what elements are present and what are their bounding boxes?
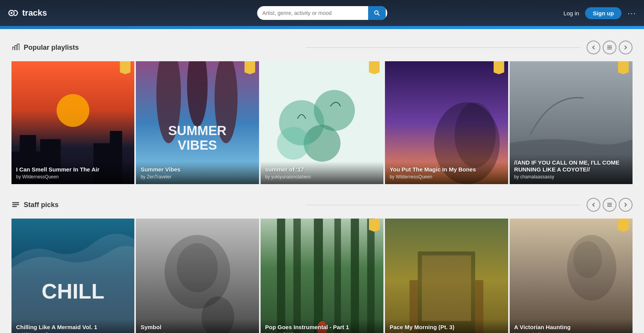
staff-next-button[interactable] <box>619 198 633 212</box>
chevron-left-icon-2 <box>591 202 596 207</box>
svg-point-56 <box>573 241 602 278</box>
svg-rect-42 <box>277 219 285 333</box>
playlist-card[interactable]: A Victorian Hauntingby maryshellie <box>510 219 633 333</box>
playlist-card[interactable]: Symbolby disco selector <box>136 219 259 333</box>
playlist-card-author: by yukiyunaisnotahero <box>265 174 379 180</box>
playlist-card-overlay: Chilling Like A Mermaid Vol. 1by Wildern… <box>11 319 134 333</box>
chevron-right-icon <box>623 45 628 50</box>
svg-point-8 <box>57 94 90 127</box>
popular-prev-button[interactable] <box>587 41 600 54</box>
popular-icon <box>11 43 20 52</box>
bookmark-icon[interactable] <box>120 61 130 74</box>
svg-rect-31 <box>12 206 17 207</box>
svg-rect-45 <box>334 219 341 333</box>
playlist-card[interactable]: I Can Smell Summer In The Airby Wilderne… <box>11 61 134 184</box>
popular-playlists-grid: I Can Smell Summer In The Airby Wilderne… <box>11 61 633 184</box>
accent-bar <box>0 26 644 29</box>
playlist-card[interactable]: CHILL Chilling Like A Mermaid Vol. 1by W… <box>11 219 134 333</box>
staff-divider <box>305 205 581 205</box>
svg-text:CHILL: CHILL <box>42 279 104 303</box>
logo-icon <box>8 7 20 19</box>
popular-divider <box>305 47 581 48</box>
chevron-right-icon-2 <box>623 202 628 207</box>
playlist-card-title: A Victorian Haunting <box>514 324 628 331</box>
playlist-card[interactable]: SUMMER VIBES Summer Vibesby ZenTraveler <box>136 61 259 184</box>
svg-rect-44 <box>314 219 323 333</box>
svg-rect-46 <box>351 219 359 333</box>
playlist-card-author: by chamalaassassy <box>514 174 628 180</box>
popular-playlists-header: Popular playlists <box>11 41 633 54</box>
header-right: Log in Sign up ··· <box>563 7 636 19</box>
header: tracks Log in Sign up ··· <box>0 0 644 26</box>
playlist-card-author: by WildernessQueen <box>390 174 503 180</box>
logo-text: tracks <box>22 8 47 18</box>
main-content: Popular playlists <box>0 29 644 333</box>
search-input[interactable] <box>257 10 368 16</box>
playlist-card-overlay: summer of '17by yukiyunaisnotahero <box>261 162 383 184</box>
playlist-card-title: //AND IF YOU CALL ON ME, I'LL COME RUNNI… <box>514 159 628 173</box>
popular-nav-controls <box>587 41 633 54</box>
staff-menu-button[interactable] <box>603 198 616 212</box>
playlist-card-overlay: You Put The Magic In My Bonesby Wilderne… <box>385 162 508 184</box>
bookmark-icon[interactable] <box>369 219 380 232</box>
svg-text:VIBES: VIBES <box>178 138 217 152</box>
popular-next-button[interactable] <box>619 41 633 54</box>
svg-point-22 <box>314 90 355 131</box>
signup-button[interactable]: Sign up <box>585 7 621 19</box>
search-button[interactable] <box>368 6 386 20</box>
bookmark-icon[interactable] <box>369 61 380 74</box>
playlist-card[interactable]: Pop Goes Instrumental - Part 1by jessie5… <box>261 219 383 333</box>
svg-text:SUMMER: SUMMER <box>168 123 227 138</box>
svg-rect-43 <box>293 219 301 333</box>
playlist-card-title: You Put The Magic In My Bones <box>390 166 503 173</box>
staff-picks-title: Staff picks <box>24 201 299 209</box>
playlist-card-title: Pace My Morning (Pt. 3) <box>390 324 503 331</box>
svg-point-39 <box>177 243 218 293</box>
staff-nav-controls <box>587 198 633 212</box>
playlist-card-author: by ZenTraveler <box>140 174 254 180</box>
logo[interactable]: tracks <box>8 7 47 19</box>
bookmark-icon[interactable] <box>618 219 629 232</box>
playlist-card[interactable]: //AND IF YOU CALL ON ME, I'LL COME RUNNI… <box>510 61 633 184</box>
playlist-card[interactable]: You Put The Magic In My Bonesby Wilderne… <box>385 61 508 184</box>
playlist-card-title: Chilling Like A Mermaid Vol. 1 <box>16 324 130 331</box>
playlist-card-overlay: Symbolby disco selector <box>136 319 259 333</box>
svg-rect-29 <box>12 202 19 203</box>
menu-icon <box>607 45 612 50</box>
playlist-card-overlay: Summer Vibesby ZenTraveler <box>136 162 259 184</box>
playlist-card-overlay: A Victorian Hauntingby maryshellie <box>510 319 633 333</box>
menu-icon-2 <box>607 202 612 207</box>
playlist-card-overlay: Pop Goes Instrumental - Part 1by jessie5… <box>261 319 383 333</box>
playlist-card[interactable]: Pace My Morning (Pt. 3)by alt0 <box>385 219 508 333</box>
login-button[interactable]: Log in <box>563 10 579 16</box>
bookmark-icon[interactable] <box>618 61 629 74</box>
playlist-card-title: Symbol <box>140 324 254 331</box>
search-icon <box>374 10 380 16</box>
bookmark-icon[interactable] <box>494 61 504 74</box>
playlist-card-overlay: //AND IF YOU CALL ON ME, I'LL COME RUNNI… <box>510 155 633 184</box>
popular-menu-button[interactable] <box>603 41 616 54</box>
svg-rect-47 <box>367 219 374 333</box>
staff-prev-button[interactable] <box>587 198 600 212</box>
svg-rect-30 <box>12 204 19 205</box>
svg-point-27 <box>455 102 496 168</box>
svg-point-24 <box>277 127 310 160</box>
bookmark-icon[interactable] <box>245 61 255 74</box>
playlist-card-overlay: I Can Smell Summer In The Airby Wilderne… <box>11 162 134 184</box>
staff-picks-header: Staff picks <box>11 198 633 212</box>
svg-rect-51 <box>422 256 471 321</box>
chevron-left-icon <box>591 45 596 50</box>
playlist-card[interactable]: summer of '17by yukiyunaisnotahero <box>261 61 383 184</box>
svg-point-1 <box>11 12 13 14</box>
playlist-card-title: summer of '17 <box>265 166 379 173</box>
playlist-card-title: Summer Vibes <box>140 166 254 173</box>
staff-picks-icon <box>11 201 20 209</box>
more-button[interactable]: ··· <box>628 9 636 18</box>
playlist-card-author: by WildernessQueen <box>16 174 130 180</box>
playlist-card-overlay: Pace My Morning (Pt. 3)by alt0 <box>385 319 508 333</box>
staff-picks-grid: CHILL Chilling Like A Mermaid Vol. 1by W… <box>11 219 633 333</box>
playlist-card-title: Pop Goes Instrumental - Part 1 <box>265 324 379 331</box>
svg-line-3 <box>378 14 379 15</box>
search-bar <box>257 6 387 20</box>
playlist-card-title: I Can Smell Summer In The Air <box>16 166 130 173</box>
